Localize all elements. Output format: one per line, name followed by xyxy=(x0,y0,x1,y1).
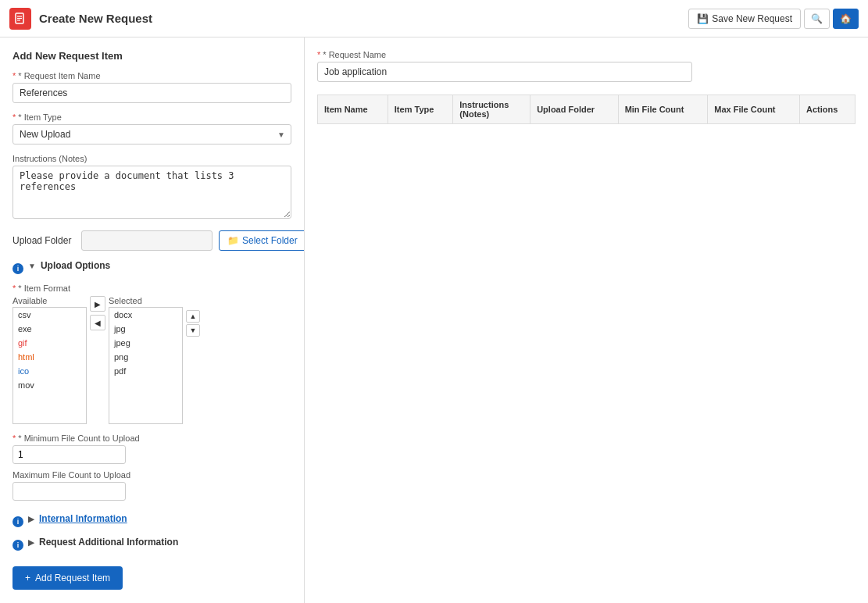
reorder-arrows: ▲ ▼ xyxy=(184,310,202,337)
selected-list[interactable]: docx jpg jpeg png pdf xyxy=(109,307,183,424)
max-count-group: Maximum File Count to Upload xyxy=(13,470,291,501)
folder-icon: 📁 xyxy=(227,235,239,246)
transfer-arrows: ▶ ◀ xyxy=(87,296,109,330)
item-format-label: * Item Format xyxy=(13,284,291,293)
max-count-label: Maximum File Count to Upload xyxy=(13,470,291,480)
instructions-group: Instructions (Notes) Please provide a do… xyxy=(13,154,291,221)
move-up-button[interactable]: ▲ xyxy=(186,310,200,323)
list-item[interactable]: exe xyxy=(13,322,86,336)
app-icon xyxy=(9,8,31,30)
format-lists: Available csv exe gif html ico mov ▶ ◀ xyxy=(13,296,291,424)
min-count-label: * Minimum File Count to Upload xyxy=(13,434,291,443)
min-count-input[interactable] xyxy=(13,445,126,464)
upload-options-header[interactable]: ▼ Upload Options xyxy=(28,260,110,271)
request-item-name-label: * Request Item Name xyxy=(13,71,291,80)
info-icon-3[interactable]: i xyxy=(13,540,23,551)
min-count-group: * Minimum File Count to Upload xyxy=(13,434,291,464)
items-table: Item Name Item Type Instructions(Notes) … xyxy=(317,95,855,124)
request-item-name-input[interactable] xyxy=(13,83,291,103)
selected-label: Selected xyxy=(109,296,183,305)
right-panel: * Request Name Item Name Item Type Instr… xyxy=(305,37,868,603)
upload-folder-row: Upload Folder 📁 Select Folder xyxy=(13,230,291,251)
plus-icon: + xyxy=(25,573,30,583)
col-max-file: Max File Count xyxy=(708,95,800,124)
item-type-select[interactable]: New Upload Link Text xyxy=(13,124,291,145)
col-actions: Actions xyxy=(800,95,855,124)
list-item-html[interactable]: html xyxy=(13,350,86,364)
request-name-section: * Request Name xyxy=(317,50,855,82)
move-down-button[interactable]: ▼ xyxy=(186,324,200,337)
header: Create New Request 💾 Save New Request 🔍 … xyxy=(0,0,868,37)
move-left-button[interactable]: ◀ xyxy=(90,315,105,330)
available-label: Available xyxy=(13,296,87,305)
col-upload-folder: Upload Folder xyxy=(530,95,618,124)
request-name-input[interactable] xyxy=(317,62,692,82)
add-request-item-button[interactable]: + Add Request Item xyxy=(13,566,123,590)
request-item-name-group: * Request Item Name xyxy=(13,71,291,103)
upload-folder-input[interactable] xyxy=(81,230,213,251)
upload-options-row: i ▼ Upload Options xyxy=(13,260,291,277)
request-name-label: * Request Name xyxy=(317,50,855,59)
col-min-file: Min File Count xyxy=(618,95,708,124)
info-icon[interactable]: i xyxy=(13,263,23,274)
internal-info-row: i ▶ Internal Information xyxy=(13,513,291,530)
info-icon-2[interactable]: i xyxy=(13,516,23,527)
move-right-button[interactable]: ▶ xyxy=(90,296,105,312)
col-item-name: Item Name xyxy=(318,95,388,124)
chevron-down-icon: ▼ xyxy=(28,262,36,270)
search-button[interactable]: 🔍 xyxy=(804,9,830,29)
chevron-right-icon: ▶ xyxy=(28,515,34,523)
available-list-col: Available csv exe gif html ico mov xyxy=(13,296,87,424)
section-title: Add New Request Item xyxy=(13,50,291,62)
save-new-request-button[interactable]: 💾 Save New Request xyxy=(688,9,801,29)
list-item-gif[interactable]: gif xyxy=(13,336,86,350)
main-content: Add New Request Item * Request Item Name… xyxy=(0,37,868,603)
col-item-type: Item Type xyxy=(388,95,453,124)
header-right: 💾 Save New Request 🔍 🏠 xyxy=(688,9,859,29)
available-list[interactable]: csv exe gif html ico mov xyxy=(13,307,87,424)
request-additional-row: i ▶ Request Additional Information xyxy=(13,537,291,554)
list-item[interactable]: csv xyxy=(13,308,86,322)
list-item[interactable]: pdf xyxy=(109,364,182,378)
internal-info-header[interactable]: ▶ Internal Information xyxy=(28,513,127,524)
table-header-row: Item Name Item Type Instructions(Notes) … xyxy=(318,95,855,124)
upload-folder-label: Upload Folder xyxy=(13,235,75,246)
list-item[interactable]: docx xyxy=(109,308,182,322)
list-item[interactable]: jpeg xyxy=(109,336,182,350)
max-count-input[interactable] xyxy=(13,482,126,501)
save-icon: 💾 xyxy=(697,13,709,24)
request-additional-header[interactable]: ▶ Request Additional Information xyxy=(28,537,178,548)
item-type-group: * Item Type New Upload Link Text ▼ xyxy=(13,112,291,145)
instructions-label: Instructions (Notes) xyxy=(13,154,291,163)
chevron-right-icon-2: ▶ xyxy=(28,538,34,547)
home-button[interactable]: 🏠 xyxy=(833,9,859,29)
internal-info-link[interactable]: Internal Information xyxy=(39,513,127,524)
list-item-ico[interactable]: ico xyxy=(13,364,86,378)
list-item[interactable]: jpg xyxy=(109,322,182,336)
list-item[interactable]: mov xyxy=(13,378,86,392)
item-type-select-wrapper: New Upload Link Text ▼ xyxy=(13,124,291,145)
page-title: Create New Request xyxy=(39,12,152,25)
selected-list-col: Selected docx jpg jpeg png pdf ▲ ▼ xyxy=(109,296,202,424)
item-type-label: * Item Type xyxy=(13,112,291,122)
instructions-textarea[interactable]: Please provide a document that lists 3 r… xyxy=(13,166,291,219)
file-count-section: * Minimum File Count to Upload Maximum F… xyxy=(13,434,291,501)
table-header: Item Name Item Type Instructions(Notes) … xyxy=(318,95,855,124)
col-instructions: Instructions(Notes) xyxy=(453,95,530,124)
left-panel: Add New Request Item * Request Item Name… xyxy=(0,37,305,603)
list-item[interactable]: png xyxy=(109,350,182,364)
header-left: Create New Request xyxy=(9,8,152,30)
select-folder-button[interactable]: 📁 Select Folder xyxy=(219,230,305,251)
item-format-section: * Item Format Available csv exe gif html… xyxy=(13,284,291,424)
